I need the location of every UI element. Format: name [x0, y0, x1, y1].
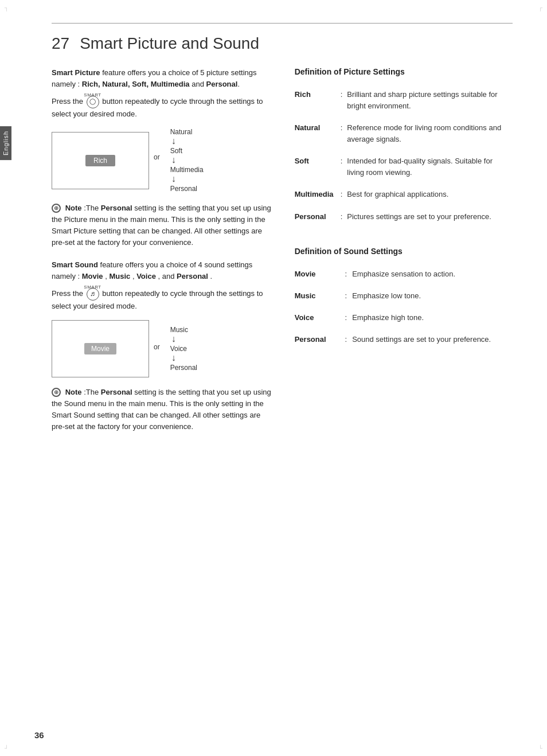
picture-def-colon: :	[341, 185, 347, 207]
picture-def-term: Natural	[295, 119, 341, 152]
picture-def-desc: Best for graphical applications.	[347, 185, 507, 207]
label-music: Music	[170, 326, 188, 334]
smart-picture-bold: Smart Picture	[52, 68, 100, 77]
diagram-or-sound: or	[154, 343, 160, 351]
page-number: 36	[34, 730, 44, 740]
note-personal-bold-picture: Personal	[101, 204, 132, 212]
page: ┐ ┌ ┘ └ English 27Smart Picture and Soun…	[0, 0, 547, 756]
note-picture-text1: Note :The	[65, 204, 101, 212]
sound-def-table: Movie : Emphasize sensation to action. M…	[295, 265, 507, 353]
diagram-rich-label: Rich	[85, 155, 115, 166]
title-text: Smart Picture and Sound	[80, 34, 259, 52]
label-multimedia: Multimedia	[170, 166, 204, 174]
picture-def-row: Multimedia : Best for graphical applicat…	[295, 185, 507, 207]
sound-def-desc: Emphasize low tone.	[352, 287, 507, 309]
smart-picture-modes-bold: Rich, Natural, Soft, Multimedia	[82, 80, 190, 88]
corner-mark-bl: ┘	[5, 745, 9, 751]
sound-def-term: Voice	[295, 309, 345, 330]
note-icon-sound: ⊕	[52, 388, 61, 397]
smart-picture-personal-bold: Personal	[206, 80, 237, 88]
picture-def-desc: Brilliant and sharp picture settings sui…	[347, 85, 507, 119]
picture-def-row: Natural : Reference mode for living room…	[295, 119, 507, 152]
arrow-natural: ↓	[171, 137, 176, 146]
sound-def-desc: Emphasize high tone.	[352, 309, 507, 330]
picture-def-row: Soft : Intended for bad-quality signals.…	[295, 152, 507, 185]
arrow-voice: ↓	[171, 353, 176, 363]
arrow-soft: ↓	[171, 155, 176, 165]
label-soft: Soft	[170, 147, 182, 155]
left-column: Smart Picture feature offers you a choic…	[34, 67, 283, 440]
label-natural: Natural	[170, 128, 193, 136]
diagram-items-sound: Music ↓ Voice ↓ Personal	[170, 326, 197, 372]
press-sound-text: Press the	[52, 289, 85, 298]
sound-def-row: Voice : Emphasize high tone.	[295, 309, 507, 330]
press-smart-sound-para: Press the SMART ♬ button repeatedly to c…	[52, 288, 272, 312]
diagram-box-picture: Rich	[52, 132, 149, 189]
language-tab: English	[0, 126, 11, 160]
picture-def-colon: :	[341, 119, 347, 152]
sound-def-term: Music	[295, 287, 345, 309]
diagram-item-soft: Soft	[170, 147, 182, 155]
picture-def-desc: Reference mode for living room condition…	[347, 119, 507, 152]
label-personal-sound: Personal	[170, 364, 197, 372]
diagram-item-multimedia: Multimedia	[170, 166, 204, 174]
note-personal-bold-sound: Personal	[101, 388, 132, 396]
top-border	[52, 23, 513, 24]
smart-sound-and-text: , and	[158, 272, 177, 280]
sound-def-desc: Emphasize sensation to action.	[352, 265, 507, 287]
smart-sound-button-icon: SMART ♬	[87, 288, 99, 301]
page-title: 27Smart Picture and Sound	[52, 34, 513, 53]
smart-picture-and: and	[192, 80, 206, 88]
label-voice: Voice	[170, 345, 187, 353]
diagram-items-picture: Natural ↓ Soft ↓ Multimedia ↓ Personal	[170, 128, 204, 193]
picture-def-table: Rich : Brilliant and sharp picture setti…	[295, 85, 507, 229]
sound-cycle-diagram: Movie or Music ↓ Voice ↓ Perso	[52, 320, 272, 377]
note-label-sound: Note	[65, 388, 82, 396]
diagram-or-picture: or	[154, 153, 160, 161]
sound-def-row: Music : Emphasize low tone.	[295, 287, 507, 309]
picture-def-term: Multimedia	[295, 185, 341, 207]
smart-sound-intro: Smart Sound feature offers you a choice …	[52, 259, 272, 282]
two-column-layout: Smart Picture feature offers you a choic…	[34, 67, 513, 440]
smart-sound-personal-bold: Personal	[177, 272, 208, 280]
sound-def-desc: Sound settings are set to your preferenc…	[352, 330, 507, 352]
diagram-item-music: Music	[170, 326, 188, 334]
corner-mark-br: └	[538, 745, 542, 751]
diagram-box-sound: Movie	[52, 320, 149, 377]
picture-def-desc: Intended for bad-quality signals. Suitab…	[347, 152, 507, 185]
picture-def-term: Soft	[295, 152, 341, 185]
sound-def-term: Personal	[295, 330, 345, 352]
picture-def-colon: :	[341, 85, 347, 119]
sound-def-colon: :	[345, 309, 352, 330]
sound-def-row: Movie : Emphasize sensation to action.	[295, 265, 507, 287]
sound-def-heading: Definition of Sound Settings	[295, 247, 507, 256]
smart-picture-intro: Smart Picture feature offers you a choic…	[52, 67, 272, 90]
picture-def-term: Personal	[295, 208, 341, 229]
corner-mark-tr: ┌	[538, 5, 542, 11]
chapter-number: 27	[52, 34, 69, 52]
sound-def-colon: :	[345, 330, 352, 352]
smart-button-label: SMART	[84, 90, 101, 100]
sound-definitions-section: Definition of Sound Settings Movie : Emp…	[295, 247, 507, 353]
right-column: Definition of Picture Settings Rich : Br…	[283, 67, 513, 440]
picture-def-term: Rich	[295, 85, 341, 119]
picture-definitions-section: Definition of Picture Settings Rich : Br…	[295, 67, 507, 229]
picture-def-desc: Pictures settings are set to your prefer…	[347, 208, 507, 229]
smart-sound-music-bold: Music	[109, 272, 130, 280]
picture-def-colon: :	[341, 208, 347, 229]
smart-sound-button-label: SMART	[84, 282, 101, 293]
diagram-right-section: or Natural ↓ Soft ↓ Multimedia ↓	[154, 128, 204, 193]
note-icon-picture: ⊕	[52, 204, 61, 213]
diagram-item-personal: Personal	[170, 185, 197, 193]
note-picture: ⊕ Note :The Personal setting is the sett…	[52, 202, 272, 249]
smart-sound-voice-bold: Voice	[136, 272, 156, 280]
picture-def-row: Personal : Pictures settings are set to …	[295, 208, 507, 229]
sound-def-term: Movie	[295, 265, 345, 287]
sound-def-colon: :	[345, 265, 352, 287]
picture-def-row: Rich : Brilliant and sharp picture setti…	[295, 85, 507, 119]
note-sound-text1: Note :The	[65, 388, 101, 396]
smart-sound-movie-bold: Movie	[82, 272, 103, 280]
picture-def-colon: :	[341, 152, 347, 185]
diagram-item-voice: Voice	[170, 345, 187, 353]
sound-def-colon: :	[345, 287, 352, 309]
